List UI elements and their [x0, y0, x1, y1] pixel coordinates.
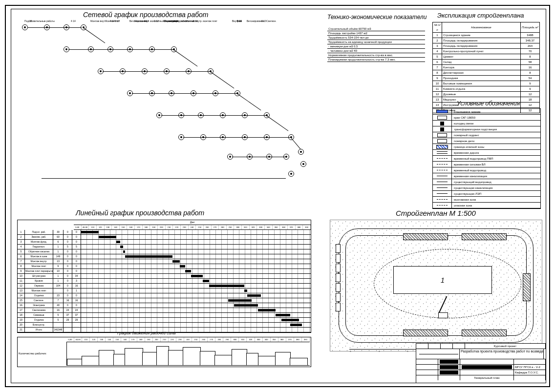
title-block: Курсовой проект Разработка проекта произ…: [416, 343, 546, 383]
explication-title: Экспликация стройгенплана: [437, 12, 524, 19]
siteplan-title: Стройгенплан М 1:500: [396, 209, 476, 217]
tech-table: Строительный объём 60750 м3Площадь застр…: [327, 27, 425, 62]
tech-title: Технико-экономические показатели: [327, 14, 425, 21]
network-diagram: Подготовительные работы 30 Монтаж внут. …: [17, 20, 310, 181]
drawing-sheet: Сетевой график производства работ Техник…: [0, 0, 555, 392]
legend-title: Условные обозначения: [457, 100, 520, 107]
site-plan: 1 ⊥⊥⊥⊥⊥⊥⊥: [330, 220, 542, 351]
legend-table: строящееся зданиекран СКГ-18050колодец с…: [432, 108, 541, 209]
linear-title: Линейный график производства работ: [76, 209, 204, 217]
network-title: Сетевой график производства работ: [83, 11, 209, 19]
linear-schedule-table: Дни 0-3040-90110120130140150160170180190…: [17, 220, 311, 333]
workforce-title: График движения рабочей силы: [117, 331, 176, 335]
workforce-chart: 0-3040-901101201301401501601701801902002…: [17, 337, 311, 367]
explication-table: № п/п Наименование Площадь м² 1Строящеес…: [432, 22, 540, 113]
